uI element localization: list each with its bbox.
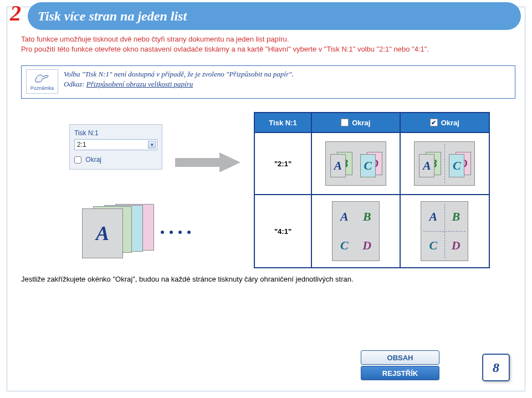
dlg-okraj-input[interactable] bbox=[74, 156, 81, 164]
row-2to1-label: "2:1" bbox=[255, 133, 312, 195]
cell-4to1-on: A B C D bbox=[401, 195, 489, 267]
mini-a2: A bbox=[419, 154, 434, 177]
hdr-okraj-off-label: Okraj bbox=[352, 119, 370, 127]
q-a: A bbox=[332, 202, 356, 232]
intro-p1: Tato funkce umožňuje tisknout dvě nebo č… bbox=[21, 34, 515, 44]
q-c: C bbox=[332, 231, 356, 261]
arrow-icon bbox=[175, 151, 242, 176]
dlg-okraj-checkbox[interactable]: Okraj bbox=[74, 156, 101, 164]
print-dialog-screenshot: Tisk N:1 2:1 ▾ Okraj bbox=[69, 124, 162, 170]
ellipsis-dots bbox=[161, 231, 191, 234]
dlg-combo-value: 2:1 bbox=[77, 141, 86, 149]
chevron-down-icon: ▾ bbox=[148, 141, 156, 149]
page-number: 8 bbox=[482, 354, 510, 381]
checkbox-off-icon bbox=[341, 119, 349, 126]
intro-p2: Pro použití této funkce otevřete okno na… bbox=[21, 44, 515, 54]
note-label: Poznámka bbox=[28, 85, 57, 91]
mini-c2: C bbox=[449, 154, 464, 177]
note-body: Volba "Tisk N:1" není dostupná v případě… bbox=[64, 69, 294, 89]
hdr-okraj-off: Okraj bbox=[312, 113, 401, 133]
hdr-okraj-on-label: Okraj bbox=[441, 119, 459, 127]
mini-c: C bbox=[360, 154, 376, 177]
rejstrik-button[interactable]: REJSTŘÍK bbox=[361, 366, 439, 380]
q-a2: A bbox=[421, 202, 445, 232]
q-b: B bbox=[355, 202, 379, 232]
section-title: Tisk více stran na jeden list bbox=[28, 2, 521, 30]
q-c2: C bbox=[421, 231, 445, 261]
note-icon: Poznámka bbox=[26, 69, 58, 94]
q-d2: D bbox=[444, 231, 468, 261]
dlg-field-label: Tisk N:1 bbox=[74, 129, 157, 137]
section-title-text: Tisk více stran na jeden list bbox=[38, 9, 187, 24]
hdr-okraj-on: ✔ Okraj bbox=[401, 113, 489, 133]
cell-2to1-off: B A D C bbox=[312, 133, 401, 195]
bottom-nav: OBSAH REJSTŘÍK bbox=[345, 350, 456, 381]
note-link[interactable]: Přizpůsobení obrazu velikosti papíru bbox=[86, 80, 193, 88]
hdr-tisk: Tisk N:1 bbox=[255, 113, 312, 133]
checkbox-on-icon: ✔ bbox=[430, 119, 438, 126]
dlg-okraj-label: Okraj bbox=[85, 156, 101, 164]
mini-a: A bbox=[330, 154, 346, 177]
result-table: Tisk N:1 Okraj ✔ Okraj "2:1" B A D C bbox=[254, 112, 490, 268]
svg-marker-0 bbox=[175, 152, 241, 172]
q-b2: B bbox=[444, 202, 468, 232]
cell-2to1-on: B A D C bbox=[401, 133, 489, 195]
cell-4to1-off: A B C D bbox=[312, 195, 401, 267]
dlg-combo[interactable]: 2:1 ▾ bbox=[74, 139, 157, 150]
section-number: 2 bbox=[10, 0, 21, 26]
footer-text: Jestliže zakřížkujete okénko "Okraj", bu… bbox=[21, 275, 515, 283]
q-d: D bbox=[355, 231, 379, 261]
obsah-button[interactable]: OBSAH bbox=[361, 350, 439, 365]
hand-icon bbox=[34, 72, 50, 84]
page-a: A bbox=[82, 208, 123, 258]
note-line1: Volba "Tisk N:1" není dostupná v případě… bbox=[64, 69, 294, 79]
note-link-prefix: Odkaz: bbox=[64, 80, 85, 88]
note-box: Poznámka Volba "Tisk N:1" není dostupná … bbox=[21, 65, 515, 99]
source-pages-stack: D C B A bbox=[82, 204, 154, 255]
intro-text: Tato funkce umožňuje tisknout dvě nebo č… bbox=[21, 34, 515, 54]
row-4to1-label: "4:1" bbox=[255, 195, 312, 267]
